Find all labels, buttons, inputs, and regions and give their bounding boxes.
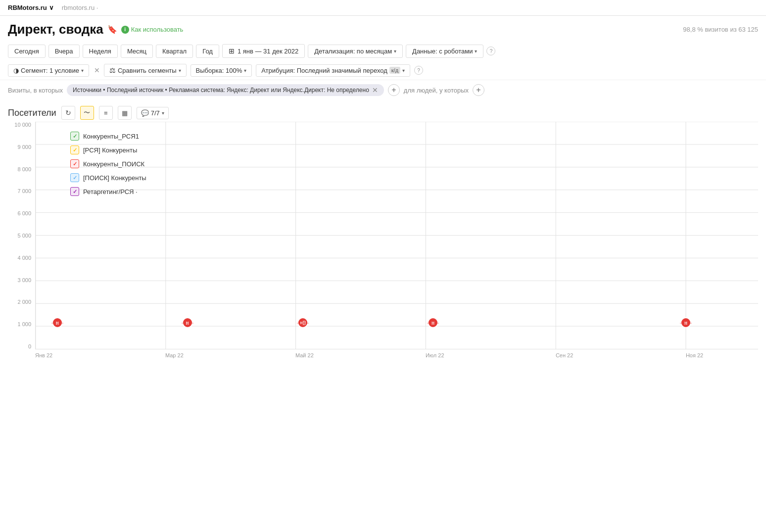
week-btn[interactable]: Неделя [83, 45, 118, 58]
help-text: Как использовать [131, 26, 184, 33]
filter-prefix: Визиты, в которых [8, 87, 63, 94]
add-people-filter-btn[interactable]: + [473, 84, 484, 96]
refresh-btn[interactable]: ↻ [61, 106, 75, 120]
calendar-icon: ⊞ [229, 47, 235, 55]
legend-check-1: ✓ [70, 132, 79, 141]
x-label-jul: Июл 22 [426, 352, 444, 358]
segment-bar: ◑ Сегмент: 1 условие ▾ ✕ ⚖ Сравнить сегм… [0, 61, 766, 80]
comments-chevron: ▾ [162, 110, 164, 116]
legend-check-2: ✓ [70, 145, 79, 154]
y-label-6000: 6 000 [17, 210, 35, 216]
y-label-10000: 10 000 [14, 122, 35, 128]
x-label-mar: Мар 22 [165, 352, 184, 358]
legend-item-2: ✓ [РСЯ] Конкуренты [70, 145, 146, 154]
brand-chevron: ∨ [49, 4, 54, 11]
brand-name: RBMotors.ru [8, 4, 47, 11]
filter-tag-text: Источники • Последний источник • Рекламн… [73, 87, 369, 94]
visit-stat: 98,8 % визитов из 63 125 [683, 26, 758, 33]
notification-dot-jul[interactable]: н [428, 317, 438, 328]
chart-area: 10 000 9 000 8 000 7 000 6 000 5 000 4 0… [8, 122, 758, 369]
legend-label-5: Ретаргетинг/РСЯ · [83, 188, 138, 195]
y-label-8000: 8 000 [17, 166, 35, 172]
comments-count: 7/7 [151, 109, 160, 117]
people-label: для людей, у которых [404, 87, 469, 94]
kd-badge: к/д [389, 67, 400, 74]
help-btn[interactable]: ? [486, 47, 495, 55]
bar-chart-icon: ▦ [122, 109, 128, 117]
year-btn[interactable]: Год [196, 45, 219, 58]
date-range-label: 1 янв — 31 дек 2022 [238, 48, 298, 55]
segment-icon: ◑ [13, 67, 19, 74]
page-title: Директ, сводка [8, 22, 103, 37]
line-chart-icon: 〜 [84, 108, 90, 117]
attr-help-btn[interactable]: ? [414, 66, 423, 75]
help-link[interactable]: i Как использовать [121, 26, 184, 34]
chart-plot: ✓ Конкуренты_РСЯ1 ✓ [РСЯ] Конкуренты ✓ К… [35, 122, 758, 349]
x-labels: Янв 22 Мар 22 Май 22 Июл 22 Сен 22 Ноя 2… [35, 349, 758, 369]
info-icon: i [121, 26, 129, 34]
bookmark-icon[interactable]: 🔖 [107, 25, 117, 34]
legend-label-2: [РСЯ] Конкуренты [83, 146, 137, 154]
y-label-7000: 7 000 [17, 188, 35, 194]
y-label-4000: 4 000 [17, 255, 35, 261]
legend-item-5: ✓ Ретаргетинг/РСЯ · [70, 187, 146, 196]
legend-item-3: ✓ Конкуренты_ПОИСК [70, 159, 146, 168]
top-bar: RBMotors.ru ∨ rbmotors.ru · [0, 0, 766, 16]
compare-icon: ⚖ [109, 66, 116, 74]
title-area: Директ, сводка 🔖 i Как использовать [8, 22, 183, 37]
notification-dot-nov[interactable]: н [680, 317, 691, 328]
quarter-btn[interactable]: Квартал [156, 45, 193, 58]
stacked-icon: ≡ [104, 109, 108, 117]
legend-label-3: Конкуренты_ПОИСК [83, 160, 144, 168]
visitors-header: Посетители ↻ 〜 ≡ ▦ 💬 7/7 ▾ [0, 100, 766, 122]
legend-check-3: ✓ [70, 159, 79, 168]
notification-dot-may[interactable]: н)) [297, 317, 308, 328]
legend-check-5: ✓ [70, 187, 79, 196]
segment-filter-bar: Визиты, в которых Источники • Последний … [0, 80, 766, 100]
comment-icon: 💬 [141, 109, 149, 117]
legend-item-4: ✓ [ПОИСК] Конкуренты [70, 173, 146, 182]
y-label-1000: 1 000 [17, 321, 35, 327]
attribution-btn[interactable]: Атрибуция: Последний значимый переход к/… [256, 64, 410, 77]
today-btn[interactable]: Сегодня [8, 45, 46, 58]
refresh-icon: ↻ [65, 109, 71, 117]
filter-tag-close-btn[interactable]: ✕ [372, 86, 378, 94]
legend-item-1: ✓ Конкуренты_РСЯ1 [70, 132, 146, 141]
segment-close-btn[interactable]: ✕ [94, 66, 100, 74]
detail-btn[interactable]: Детализация: по месяцам ▾ [308, 45, 403, 58]
yesterday-btn[interactable]: Вчера [48, 45, 80, 58]
stacked-chart-btn[interactable]: ≡ [99, 106, 113, 120]
date-range-btn[interactable]: ⊞ 1 янв — 31 дек 2022 [222, 44, 305, 58]
sample-btn[interactable]: Выборка: 100% ▾ [191, 64, 252, 77]
bar-chart-btn[interactable]: ▦ [118, 106, 132, 120]
segment-chevron: ▾ [81, 68, 84, 73]
brand-logo[interactable]: RBMotors.ru ∨ [8, 4, 54, 11]
compare-chevron: ▾ [179, 68, 181, 73]
segment-btn[interactable]: ◑ Сегмент: 1 условие ▾ [8, 64, 89, 77]
detail-chevron: ▾ [394, 48, 396, 54]
comments-btn[interactable]: 💬 7/7 ▾ [137, 107, 169, 119]
chart-container: 10 000 9 000 8 000 7 000 6 000 5 000 4 0… [0, 122, 766, 377]
legend-check-4: ✓ [70, 173, 79, 182]
notification-dot-jan[interactable]: н [52, 317, 63, 328]
attribution-label: Атрибуция: Последний значимый переход [261, 67, 387, 74]
add-filter-btn[interactable]: + [388, 84, 400, 96]
site-url: rbmotors.ru · [62, 4, 98, 11]
filter-tag: Источники • Последний источник • Рекламн… [67, 84, 384, 96]
page-header: Директ, сводка 🔖 i Как использовать 98,8… [0, 16, 766, 41]
legend-label-4: [ПОИСК] Конкуренты [83, 174, 146, 182]
data-chevron: ▾ [475, 48, 477, 54]
line-chart-btn[interactable]: 〜 [80, 106, 94, 120]
x-label-sep: Сен 22 [556, 352, 573, 358]
data-btn[interactable]: Данные: с роботами ▾ [406, 45, 483, 58]
y-label-2000: 2 000 [17, 299, 35, 305]
filter-bar: Сегодня Вчера Неделя Месяц Квартал Год ⊞… [0, 41, 766, 61]
sample-label: Выборка: 100% [196, 67, 242, 74]
compare-btn[interactable]: ⚖ Сравнить сегменты ▾ [104, 64, 187, 77]
month-btn[interactable]: Месяц [121, 45, 153, 58]
attr-chevron: ▾ [402, 68, 405, 73]
y-label-9000: 9 000 [17, 144, 35, 150]
data-label: Данные: с роботами [412, 48, 473, 55]
segment-label: Сегмент: 1 условие [21, 67, 79, 74]
notification-dot-mar[interactable]: н [182, 317, 193, 328]
